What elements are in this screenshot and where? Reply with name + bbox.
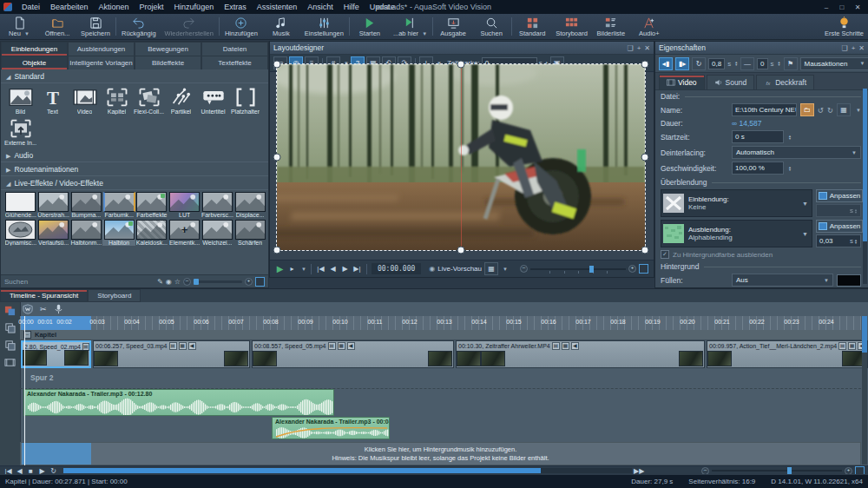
selection-handle[interactable] <box>641 61 649 69</box>
flag-icon[interactable]: ⚑ <box>784 57 798 70</box>
toolbar-button-ausgabe[interactable]: Ausgabe <box>434 14 472 39</box>
selection-handle[interactable] <box>273 247 281 254</box>
step-back-button[interactable]: ◀ <box>328 265 338 273</box>
timeline-clip[interactable]: 00:09.957, Action_Tief__Merl-Ländchen_2.… <box>707 340 868 368</box>
section-standard[interactable]: ◢Standard <box>1 69 268 83</box>
effect-item-farbumk[interactable]: Farbumk... <box>102 192 135 218</box>
effect-item-farbeffekte[interactable]: Farbeffekte <box>135 192 168 218</box>
close-panel-icon[interactable]: ✕ <box>644 44 650 52</box>
menu-bearbeiten[interactable]: Bearbeiten <box>45 2 94 12</box>
skip-start-button[interactable]: |◀ <box>316 265 326 273</box>
toolbar-button-rckgngig[interactable]: Rückgängig <box>117 14 161 39</box>
float-panel-icon[interactable]: ❑ <box>627 44 633 52</box>
section-audio[interactable]: ▶Audio <box>1 148 268 162</box>
menu-update[interactable]: Update <box>365 2 400 12</box>
step-forward-button[interactable]: ▶ <box>340 265 350 273</box>
zoom-in-button[interactable]: + <box>245 278 253 286</box>
dauer-value-link[interactable]: ∞ 14,587 <box>732 119 761 128</box>
float-panel-icon[interactable]: ❑ <box>841 44 847 52</box>
search-input[interactable]: Suchen <box>4 278 28 286</box>
tab-intelligentevorlagen[interactable]: Intelligente Vorlagen <box>68 56 135 69</box>
layers-icon[interactable] <box>4 322 16 333</box>
effect-item-weichzei[interactable]: Weichzei... <box>201 220 234 246</box>
tab-ausblendungen[interactable]: Ausblendungen <box>68 42 135 56</box>
object-item-platzhalter[interactable]: Platzhalter <box>229 86 261 115</box>
close-panel-icon[interactable]: ✕ <box>858 44 865 52</box>
stepper[interactable]: ▲▼ <box>778 61 781 66</box>
pin-panel-icon[interactable]: + <box>637 44 641 52</box>
toolbar-button-musik[interactable]: Musik <box>262 14 300 39</box>
fade-in-toggle[interactable]: ◂▮ <box>659 57 673 70</box>
minimize-button[interactable]: – <box>819 3 833 11</box>
menu-aktionen[interactable]: Aktionen <box>94 2 135 12</box>
browse-folder-icon[interactable]: 🗀 <box>800 103 814 116</box>
effect-item-lut[interactable]: LUT <box>168 192 201 218</box>
effect-item-kaleidosk[interactable]: Kaleidosk... <box>135 220 168 246</box>
grid-view-button[interactable] <box>255 277 265 287</box>
section-routenanimationen[interactable]: ▶Routenanimationen <box>1 162 268 176</box>
timeline-clip[interactable]: 00:08.557, Speed_05.mp4▤▦◀ <box>252 340 454 368</box>
properties-scrollbar[interactable] <box>863 89 867 284</box>
object-item-text[interactable]: TText <box>36 86 69 115</box>
tab-einblendungen[interactable]: Einblendungen <box>1 42 68 56</box>
selection-handle[interactable] <box>273 154 281 162</box>
toolbar-button-starten[interactable]: Starten <box>351 14 389 39</box>
menu-assistenten[interactable]: Assistenten <box>252 2 303 12</box>
variants-grid-icon[interactable]: ▦ <box>837 103 851 116</box>
toolbar-button-suchen[interactable]: Suchen <box>472 14 510 39</box>
background-music-track[interactable]: Klicken Sie hier, um Hintergrundmusik hi… <box>20 442 861 465</box>
object-item-video[interactable]: Video <box>69 86 101 115</box>
fade-in-duration-input[interactable]: 0,8 <box>708 58 725 69</box>
timeline-tab-timelinespuransicht[interactable]: Timeline - Spuransicht <box>0 289 88 302</box>
menu-datei[interactable]: Datei <box>16 2 45 12</box>
section-live-effekte[interactable]: ◢Live-Effekte / Video-Effekte <box>1 176 268 190</box>
effect-item-überstrah[interactable]: Überstrah... <box>37 192 70 218</box>
thumb-size-slider[interactable] <box>194 280 242 283</box>
object-item-untertitel[interactable]: Untertitel <box>197 86 229 115</box>
rotate-cw-icon[interactable]: ↻ <box>827 106 833 115</box>
track-spur2[interactable]: Spur 2 <box>20 369 861 389</box>
play-small-button[interactable]: ▸ <box>287 265 297 273</box>
toolbar-button-storyboard[interactable]: Storyboard <box>551 14 592 39</box>
selection-handle[interactable] <box>641 154 649 162</box>
toolbar-button-einstellungen[interactable]: Einstellungen <box>300 14 348 39</box>
play-button[interactable]: ▶ <box>275 264 285 274</box>
effect-item-glühende[interactable]: Glühende... <box>4 192 37 218</box>
toolbar-button-speichern[interactable]: Speichern <box>76 14 115 39</box>
toolbar-button-neu[interactable]: Neu ▼ <box>0 14 38 39</box>
timeline-vertical-scrollbar[interactable] <box>862 316 867 465</box>
stepper[interactable]: ▲▼ <box>788 135 792 140</box>
selection-handle[interactable] <box>273 61 281 69</box>
toolbar-button-abhier[interactable]: ...ab hier ▼ <box>389 14 431 39</box>
timeline-zoom-slider[interactable] <box>712 470 842 472</box>
timeline-clip[interactable]: 00:10.30, Zeitraffer Ahrweiler.MP4▤▦◀ <box>456 340 705 368</box>
playhead[interactable] <box>24 316 25 465</box>
startzeit-input[interactable]: 0 s <box>732 130 784 143</box>
ausblendung-anpassen-button[interactable]: Anpassen <box>816 220 863 233</box>
object-item-partikel[interactable]: Partikel <box>165 86 197 115</box>
video-preview-stage[interactable] <box>277 64 645 250</box>
preview-zoom-slider[interactable] <box>530 268 626 270</box>
menu-hilfe[interactable]: Hilfe <box>339 2 365 12</box>
stepper[interactable]: ▲▼ <box>788 166 792 171</box>
selection-handle[interactable] <box>457 61 465 69</box>
tab-dateien[interactable]: Dateien <box>201 42 268 56</box>
toolbar-button-erste-schritte[interactable]: Erste Schritte <box>820 14 868 39</box>
toolbar-button-ffnen[interactable]: Öffnen... <box>38 14 76 39</box>
timeline-clip[interactable]: 00:06.257, Speed_03.mp4▤▦◀ <box>93 340 250 368</box>
toolbar-button-hinzufgen[interactable]: Hinzufügen <box>220 14 262 39</box>
mausaktionen-dropdown[interactable]: Mausaktionen▼ <box>800 57 868 70</box>
timeline-horizontal-scrollbar[interactable] <box>63 468 632 473</box>
fuellen-dropdown[interactable]: Aus▼ <box>732 274 833 287</box>
loop-icon[interactable]: ↻ <box>692 57 706 70</box>
close-button[interactable]: ✕ <box>851 3 865 11</box>
zoom-out-button[interactable]: – <box>520 265 528 273</box>
stepper[interactable]: ▲▼ <box>734 61 738 66</box>
rotate-ccw-icon[interactable]: ↺ <box>818 106 824 115</box>
fit-view-button[interactable] <box>639 264 648 274</box>
deinterlacing-dropdown[interactable]: Automatisch▼ <box>732 146 861 159</box>
skip-end-button[interactable]: ▶| <box>352 265 362 273</box>
effect-item-bumpma[interactable]: Bumpma... <box>70 192 103 218</box>
ausblendung-selector[interactable]: Ausblendung:Alphablending ▼ <box>661 220 812 247</box>
tab-bewegungen[interactable]: Bewegungen <box>135 42 201 56</box>
